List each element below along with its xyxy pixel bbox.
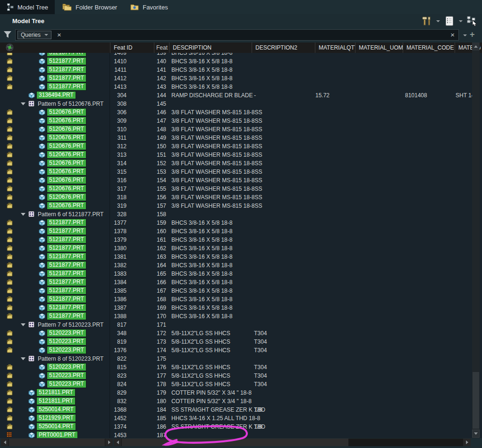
part-label[interactable]: 5121877.PRT — [47, 245, 86, 252]
tree-settings-icon[interactable] — [6, 43, 14, 53]
tree-row[interactable]: Pattern 8 of 5120223.PRT822175 — [0, 355, 472, 363]
part-label[interactable]: 5121877.PRT — [47, 66, 86, 73]
tree-row[interactable]: 5120676.PRT3131513/8 FLAT WASHER MS-815 … — [0, 151, 472, 159]
tree-row[interactable]: 5121877.PRT1410140BHCS 3/8-16 X 5/8 18-8 — [0, 57, 472, 66]
part-label[interactable]: 5120223.PRT — [47, 338, 86, 345]
tree-row[interactable]: 5121877.PRT1386168BHCS 3/8-16 X 5/8 18-8 — [0, 295, 472, 304]
part-label[interactable]: 5121811.PRT — [37, 389, 75, 396]
part-label[interactable]: 5121877.PRT — [47, 304, 86, 311]
scroll-left-button[interactable] — [1, 439, 8, 446]
column-header-material-code[interactable]: MATERIAL_CODE — [403, 42, 455, 53]
tree-row[interactable]: 5120223.PRT8191735/8-11X2"LG SS HHCST304 — [0, 338, 472, 346]
filter-funnel-icon[interactable] — [3, 30, 12, 40]
part-label[interactable]: 5121877.PRT — [47, 262, 86, 269]
tree-row[interactable]: 5121877.PRT1411141BHCS 3/8-16 X 5/8 18-8 — [0, 66, 472, 74]
tree-row[interactable]: 5121877.PRT1381163BHCS 3/8-16 X 5/8 18-8 — [0, 253, 472, 261]
vertical-scroll-thumb[interactable] — [473, 372, 479, 429]
part-label[interactable]: 5121877.PRT — [47, 287, 86, 294]
hscroll-thumb[interactable] — [122, 439, 348, 446]
search-options-chevron-icon[interactable] — [463, 34, 467, 36]
part-label[interactable]: 5120223.PRT — [47, 380, 86, 388]
pattern-label[interactable]: Pattern 6 of 5121877.PRT — [38, 210, 103, 219]
vertical-scrollbar[interactable] — [472, 42, 480, 438]
tree-row[interactable]: 5121877.PRT1380162BHCS 3/8-16 X 5/8 18-8 — [0, 244, 472, 253]
chevron-down-icon[interactable] — [459, 20, 463, 22]
tree-filters-button[interactable] — [420, 16, 434, 27]
collapse-triangle-icon[interactable] — [21, 323, 25, 326]
tree-row[interactable]: 5120676.PRT3061463/8 FLAT WASHER MS-815 … — [0, 108, 472, 117]
data-pane-hscrollbar[interactable] — [114, 439, 471, 446]
queries-dropdown[interactable]: Queries — [17, 31, 51, 39]
tree-row[interactable]: 5121877.PRT1383165BHCS 3/8-16 X 5/8 18-8 — [0, 270, 472, 278]
hscroll-thumb[interactable] — [9, 439, 105, 446]
tree-row[interactable]: 5120676.PRT3091473/8 FLAT WASHER MS-815 … — [0, 117, 472, 125]
tree-row[interactable]: 5120223.PRT3481725/8-11X2"LG SS HHCST304 — [0, 329, 472, 338]
tree-row[interactable]: 5121877.PRT1382164BHCS 3/8-16 X 5/8 18-8 — [0, 261, 472, 270]
tree-row[interactable]: 5250014.PRT1368184SS STRAIGHT GREASE ZER… — [0, 406, 472, 414]
tree-row[interactable]: Pattern 7 of 5120223.PRT817171 — [0, 321, 472, 329]
pattern-label[interactable]: Pattern 7 of 5120223.PRT — [38, 321, 103, 329]
remove-query-icon[interactable]: × — [57, 30, 61, 40]
tree-row[interactable]: Pattern 5 of 5120676.PRT308145 — [0, 100, 472, 108]
tree-row[interactable]: 5120676.PRT3101483/8 FLAT WASHER MS-815 … — [0, 125, 472, 134]
part-label[interactable]: 5120676.PRT — [47, 202, 86, 209]
part-label[interactable]: 5121877.PRT — [47, 296, 86, 303]
part-label[interactable]: 5250014.PRT — [37, 406, 76, 413]
tree-row[interactable]: 5121811.PRT829179COTTER PIN 5/32" X 3/4 … — [0, 389, 472, 397]
collapse-triangle-icon[interactable] — [21, 357, 25, 360]
locate-in-tree-button[interactable] — [465, 16, 479, 27]
column-header-description2[interactable]: DESCRIPTION2 — [252, 42, 315, 53]
tab-folder-browser[interactable]: Folder Browser — [55, 0, 124, 14]
part-label[interactable]: 5121877.PRT — [47, 313, 86, 320]
part-label[interactable]: 3136494.PRT — [37, 92, 76, 99]
part-label[interactable]: 5121877.PRT — [47, 236, 86, 243]
part-label[interactable]: 5121877.PRT — [47, 228, 86, 235]
tree-row[interactable]: 5120223.PRT8151765/8-11X2"LG SS HHCST304 — [0, 363, 472, 372]
part-label[interactable]: 5120676.PRT — [47, 151, 86, 158]
part-label[interactable]: 5120676.PRT — [47, 194, 86, 201]
column-header-feat-no[interactable]: Feat — [154, 42, 169, 53]
tree-row[interactable]: 5121877.PRT1385167BHCS 3/8-16 X 5/8 18-8 — [0, 287, 472, 295]
tree-row[interactable]: 5121877.PRT1412142BHCS 3/8-16 X 5/8 18-8 — [0, 74, 472, 83]
tree-row[interactable]: 5121877.PRT1379161BHCS 3/8-16 X 5/8 18-8 — [0, 236, 472, 244]
part-label[interactable]: 5121877.PRT — [47, 75, 86, 82]
part-label[interactable]: 5121877.PRT — [47, 279, 86, 286]
part-label[interactable]: 5121811.PRT — [37, 397, 75, 405]
tree-row[interactable]: 5120676.PRT3141523/8 FLAT WASHER MS-815 … — [0, 159, 472, 168]
tab-model-tree[interactable]: Model Tree — [0, 0, 55, 14]
tree-row[interactable]: 5121877.PRT1388170BHCS 3/8-16 X 5/8 18-8 — [0, 312, 472, 321]
part-label[interactable]: 5120223.PRT — [47, 363, 86, 371]
tree-row[interactable]: 5120676.PRT3161543/8 FLAT WASHER MS-815 … — [0, 176, 472, 185]
tree-row[interactable]: PRT0001.PRT1453187 — [0, 431, 472, 438]
tree-row[interactable]: 5120676.PRT3121503/8 FLAT WASHER MS-815 … — [0, 142, 472, 151]
pattern-label[interactable]: Pattern 8 of 5120223.PRT — [38, 355, 103, 363]
part-label[interactable]: 5121877.PRT — [47, 219, 86, 226]
column-header-materialqty[interactable]: MATERIALQTY — [315, 42, 355, 53]
part-label[interactable]: 5121877.PRT — [47, 253, 86, 260]
collapse-triangle-icon[interactable] — [21, 213, 25, 216]
tree-row[interactable]: 5120223.PRT8231775/8-11X2"LG SS HHCST304 — [0, 372, 472, 380]
clear-search-icon[interactable]: × — [450, 30, 455, 40]
tree-row[interactable]: Pattern 6 of 5121877.PRT328158 — [0, 210, 472, 219]
tree-row[interactable]: 3136494.PRT304144RAMP DISCHARGE DR BLADE… — [0, 91, 472, 100]
part-label[interactable]: 5121929.PRT — [37, 414, 76, 422]
part-label[interactable]: PRT0001.PRT — [37, 431, 77, 438]
tree-row[interactable]: 5120676.PRT3191573/8 FLAT WASHER MS-815 … — [0, 202, 472, 210]
part-label[interactable]: 5250014.PRT — [37, 423, 76, 430]
chevron-down-icon[interactable] — [436, 20, 440, 22]
tree-row[interactable]: 5120676.PRT3181563/8 FLAT WASHER MS-815 … — [0, 193, 472, 202]
part-label[interactable]: 5120676.PRT — [47, 160, 86, 167]
part-label[interactable]: 5120676.PRT — [47, 185, 86, 192]
tree-row[interactable]: 5120223.PRT13761745/8-11X2"LG SS HHCST30… — [0, 346, 472, 355]
search-input[interactable]: Queries × × — [15, 29, 459, 41]
tree-row[interactable]: 5121877.PRT1413143BHCS 3/8-16 X 5/8 18-8 — [0, 83, 472, 91]
tree-row[interactable]: 5121811.PRT832180COTTER PIN 5/32" X 3/4 … — [0, 397, 472, 406]
column-header-description[interactable]: DESCRIPTION — [169, 42, 252, 53]
tree-row[interactable]: 5121877.PRT1384166BHCS 3/8-16 X 5/8 18-8 — [0, 278, 472, 287]
part-label[interactable]: 5120676.PRT — [47, 168, 86, 175]
tree-row[interactable]: 5120676.PRT3171553/8 FLAT WASHER MS-815 … — [0, 185, 472, 193]
part-label[interactable]: 5120676.PRT — [47, 117, 86, 124]
part-label[interactable]: 5121877.PRT — [47, 83, 86, 90]
part-label[interactable]: 5120676.PRT — [47, 134, 86, 141]
tree-row[interactable]: 5121929.PRT1452185HHCS 3/4-16 X 1.25 ALL… — [0, 414, 472, 423]
